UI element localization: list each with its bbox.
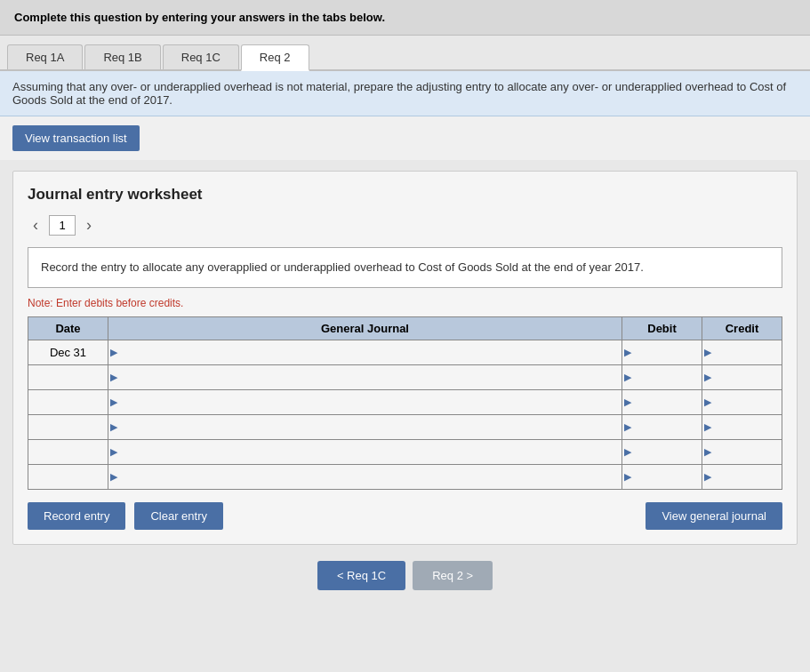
date-cell: Dec 31 bbox=[28, 340, 108, 364]
table-row: ▶▶▶ bbox=[28, 364, 782, 389]
info-text: Assuming that any over- or underapplied … bbox=[12, 80, 786, 107]
journal-cell[interactable]: ▶ bbox=[108, 340, 622, 364]
worksheet-card: Journal entry worksheet ‹ 1 › Record the… bbox=[12, 171, 798, 545]
credit-cell[interactable]: ▶ bbox=[702, 464, 782, 489]
credit-input[interactable] bbox=[713, 415, 782, 439]
journal-input[interactable] bbox=[119, 415, 622, 439]
bottom-nav: < Req 1C Req 2 > bbox=[0, 561, 810, 608]
credit-cell[interactable]: ▶ bbox=[702, 414, 782, 439]
debit-input[interactable] bbox=[633, 415, 702, 439]
worksheet-title: Journal entry worksheet bbox=[28, 186, 782, 204]
debit-cell[interactable]: ▶ bbox=[622, 340, 702, 364]
journal-input[interactable] bbox=[119, 390, 622, 414]
action-bar: View transaction list bbox=[0, 116, 810, 160]
card-nav: ‹ 1 › bbox=[28, 214, 782, 236]
date-cell bbox=[28, 414, 108, 439]
debit-cell[interactable]: ▶ bbox=[622, 439, 702, 464]
info-bar: Assuming that any over- or underapplied … bbox=[0, 71, 810, 116]
journal-cell[interactable]: ▶ bbox=[108, 439, 622, 464]
table-row: Dec 31▶▶▶ bbox=[28, 340, 782, 364]
journal-cell[interactable]: ▶ bbox=[108, 364, 622, 389]
journal-input[interactable] bbox=[119, 465, 622, 489]
credit-cell[interactable]: ▶ bbox=[702, 439, 782, 464]
date-cell bbox=[28, 464, 108, 489]
credit-cell[interactable]: ▶ bbox=[702, 340, 782, 364]
entry-description-text: Record the entry to allocate any overapp… bbox=[41, 260, 644, 274]
col-header-debit: Debit bbox=[622, 316, 702, 340]
col-header-journal: General Journal bbox=[108, 316, 622, 340]
debit-input[interactable] bbox=[633, 365, 702, 389]
journal-input[interactable] bbox=[119, 365, 622, 389]
view-transaction-button[interactable]: View transaction list bbox=[12, 125, 140, 151]
tab-req1b[interactable]: Req 1B bbox=[84, 44, 160, 69]
journal-cell[interactable]: ▶ bbox=[108, 464, 622, 489]
instruction-bar: Complete this question by entering your … bbox=[0, 0, 810, 36]
instruction-text: Complete this question by entering your … bbox=[14, 11, 385, 24]
entry-description-box: Record the entry to allocate any overapp… bbox=[28, 247, 782, 288]
journal-cell[interactable]: ▶ bbox=[108, 414, 622, 439]
col-header-credit: Credit bbox=[702, 316, 782, 340]
col-header-date: Date bbox=[28, 316, 108, 340]
date-cell bbox=[28, 439, 108, 464]
journal-input[interactable] bbox=[119, 340, 622, 364]
card-number: 1 bbox=[49, 215, 76, 236]
debit-cell[interactable]: ▶ bbox=[622, 364, 702, 389]
debit-cell[interactable]: ▶ bbox=[622, 389, 702, 414]
tab-req2[interactable]: Req 2 bbox=[241, 44, 309, 71]
note-text: Note: Enter debits before credits. bbox=[28, 297, 782, 309]
journal-cell[interactable]: ▶ bbox=[108, 389, 622, 414]
credit-input[interactable] bbox=[713, 465, 782, 489]
tab-req1a[interactable]: Req 1A bbox=[7, 44, 83, 69]
date-cell bbox=[28, 364, 108, 389]
nav-next-button[interactable]: Req 2 > bbox=[413, 561, 493, 590]
table-row: ▶▶▶ bbox=[28, 439, 782, 464]
clear-entry-button[interactable]: Clear entry bbox=[134, 502, 223, 530]
debit-cell[interactable]: ▶ bbox=[622, 464, 702, 489]
bottom-buttons: Record entry Clear entry View general jo… bbox=[28, 502, 782, 530]
journal-table: Date General Journal Debit Credit Dec 31… bbox=[28, 316, 782, 490]
debit-cell[interactable]: ▶ bbox=[622, 414, 702, 439]
nav-prev-button[interactable]: < Req 1C bbox=[317, 561, 405, 590]
table-row: ▶▶▶ bbox=[28, 389, 782, 414]
credit-input[interactable] bbox=[713, 440, 782, 464]
credit-input[interactable] bbox=[713, 340, 782, 364]
record-entry-button[interactable]: Record entry bbox=[28, 502, 125, 530]
date-cell bbox=[28, 389, 108, 414]
credit-cell[interactable]: ▶ bbox=[702, 389, 782, 414]
journal-input[interactable] bbox=[119, 440, 622, 464]
credit-input[interactable] bbox=[713, 365, 782, 389]
debit-input[interactable] bbox=[633, 390, 702, 414]
debit-input[interactable] bbox=[633, 340, 702, 364]
tabs-row: Req 1A Req 1B Req 1C Req 2 bbox=[0, 36, 810, 71]
prev-card-arrow[interactable]: ‹ bbox=[28, 214, 44, 236]
table-row: ▶▶▶ bbox=[28, 464, 782, 489]
credit-input[interactable] bbox=[713, 390, 782, 414]
debit-input[interactable] bbox=[633, 440, 702, 464]
tab-req1c[interactable]: Req 1C bbox=[163, 44, 239, 69]
table-row: ▶▶▶ bbox=[28, 414, 782, 439]
next-card-arrow[interactable]: › bbox=[81, 214, 97, 236]
credit-cell[interactable]: ▶ bbox=[702, 364, 782, 389]
view-general-journal-button[interactable]: View general journal bbox=[646, 502, 782, 530]
debit-input[interactable] bbox=[633, 465, 702, 489]
